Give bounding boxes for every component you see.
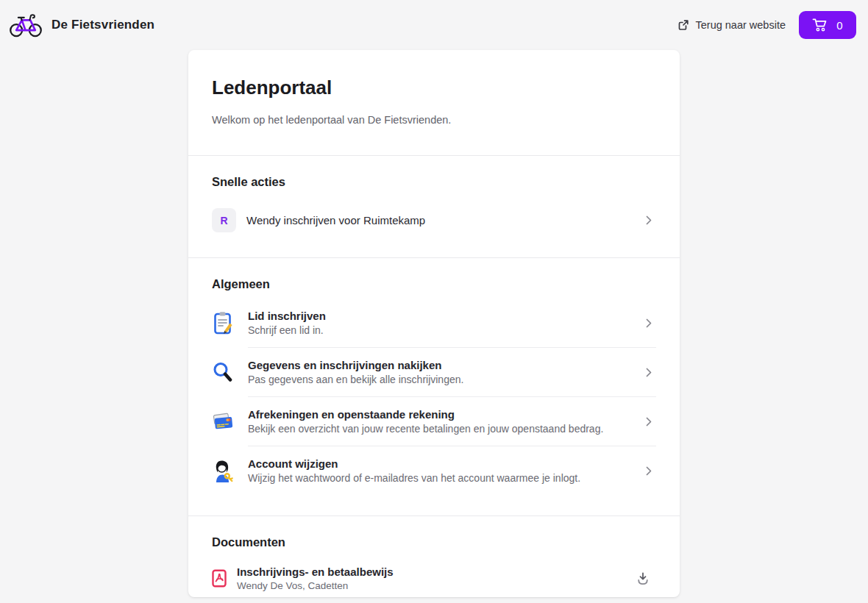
list-item-title: Lid inschrijven xyxy=(248,310,326,322)
download-icon xyxy=(636,571,650,586)
ledenportaal-page: De Fietsvrienden Terug naar website xyxy=(0,0,868,603)
documents-heading: Documenten xyxy=(212,535,656,549)
document-title: Inschrijvings- en betaalbewijs xyxy=(237,565,394,578)
portal-card: Ledenportaal Welkom op het ledenportaal … xyxy=(188,50,680,597)
list-item-subtitle: Bekijk een overzicht van jouw recente be… xyxy=(248,423,603,435)
intro-section: Ledenportaal Welkom op het ledenportaal … xyxy=(188,50,680,155)
magnifier-icon xyxy=(212,361,234,383)
page-title: Ledenportaal xyxy=(212,76,656,99)
list-item-title: Gegevens en inschrijvingen nakijken xyxy=(248,359,463,371)
back-link-label: Terug naar website xyxy=(695,19,786,31)
download-button[interactable] xyxy=(633,568,653,589)
quick-actions-section: Snelle acties R Wendy inschrijven voor R… xyxy=(188,156,680,257)
top-bar: De Fietsvrienden Terug naar website xyxy=(0,0,868,50)
brand: De Fietsvrienden xyxy=(9,10,154,40)
initial-badge: R xyxy=(212,208,236,232)
document-row: Inschrijvings- en betaalbewijs Wendy De … xyxy=(212,563,656,594)
chevron-right-icon xyxy=(646,417,652,427)
document-subtitle: Wendy De Vos, Cadetten xyxy=(237,580,394,591)
external-link-icon xyxy=(677,19,689,31)
general-list: Lid inschrijven Schrijf een lid in. xyxy=(212,299,656,495)
list-item-title: Afrekeningen en openstaande rekening xyxy=(248,408,603,421)
documents-section: Documenten Inschrijvings- en betaalbewij… xyxy=(188,516,680,597)
list-item-gegevens-nakijken[interactable]: Gegevens en inschrijvingen nakijken Pas … xyxy=(212,348,656,396)
cart-count: 0 xyxy=(836,19,842,32)
clipboard-pencil-icon xyxy=(212,311,234,335)
list-item-subtitle: Schrijf een lid in. xyxy=(248,324,326,336)
list-item-title: Account wijzigen xyxy=(248,457,580,470)
shopping-cart-icon xyxy=(812,18,828,32)
list-item-afrekeningen[interactable]: Afrekeningen en openstaande rekening Bek… xyxy=(212,397,656,446)
list-item-text: Afrekeningen en openstaande rekening Bek… xyxy=(248,408,603,435)
chevron-right-icon xyxy=(646,318,652,328)
top-bar-actions: Terug naar website 0 xyxy=(677,11,856,39)
quick-actions-heading: Snelle acties xyxy=(212,175,656,189)
chevron-right-icon xyxy=(646,368,652,377)
list-item-subtitle: Wijzig het wachtwoord of e-mailadres van… xyxy=(248,472,580,484)
pdf-file-icon xyxy=(212,569,227,588)
list-item-text: Lid inschrijven Schrijf een lid in. xyxy=(248,310,326,336)
credit-card-icon xyxy=(212,412,234,431)
cart-button[interactable]: 0 xyxy=(799,11,856,39)
person-key-icon xyxy=(212,459,234,482)
bicycle-icon xyxy=(9,10,43,40)
list-item-subtitle: Pas gegevens aan en bekijk alle inschrij… xyxy=(248,374,463,385)
document-text: Inschrijvings- en betaalbewijs Wendy De … xyxy=(237,565,394,591)
list-item-account-wijzigen[interactable]: Account wijzigen Wijzig het wachtwoord o… xyxy=(212,446,656,495)
chevron-right-icon xyxy=(646,215,652,225)
list-item-lid-inschrijven[interactable]: Lid inschrijven Schrijf een lid in. xyxy=(212,299,656,347)
general-section: Algemeen Lid inschrijven xyxy=(188,258,680,515)
list-item-text: Gegevens en inschrijvingen nakijken Pas … xyxy=(248,359,463,385)
back-to-website-link[interactable]: Terug naar website xyxy=(677,19,786,31)
chevron-right-icon xyxy=(646,466,652,476)
page-welcome-text: Welkom op het ledenportaal van De Fietsv… xyxy=(212,114,656,126)
quick-action-row[interactable]: R Wendy inschrijven voor Ruimtekamp xyxy=(212,204,656,237)
list-item-text: Account wijzigen Wijzig het wachtwoord o… xyxy=(248,457,580,484)
brand-title: De Fietsvrienden xyxy=(51,18,154,32)
general-heading: Algemeen xyxy=(212,277,656,291)
quick-action-label: Wendy inschrijven voor Ruimtekamp xyxy=(246,214,425,226)
